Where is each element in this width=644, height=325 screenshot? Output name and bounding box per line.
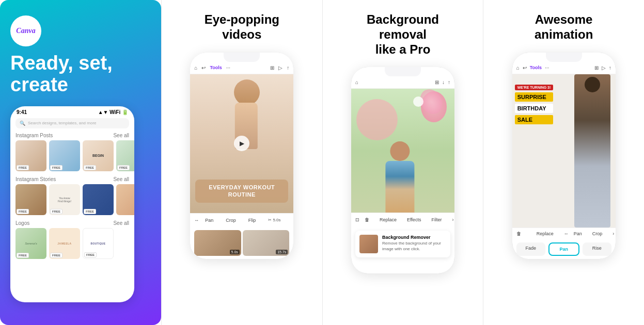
instagram-stories-thumbs: FREE You knowFind things! FREE FREE: [15, 184, 129, 215]
trash-icon-4: 🗑: [516, 231, 521, 236]
thumb-logo-2: JAMEELA FREE: [49, 228, 80, 259]
panel-3-title: Backgroundremovallike a Pro: [367, 12, 439, 57]
chevron-right-icon: ›: [293, 218, 294, 223]
thumb-story-1: FREE: [15, 184, 46, 215]
panel-4-animation: Awesomeanimation ⌂ ↩ Tools ··· ⊞ ▷ ↑: [483, 0, 644, 325]
birthday-image: WE'RE TURNING 3! SURPRISE BIRTHDAY SALE: [512, 74, 616, 228]
play-icon-4: ▷: [602, 65, 606, 71]
bg-remover-thumb: [359, 235, 378, 253]
pan-icon-4: ↔: [564, 231, 569, 236]
bg-bottom-toolbar: ⊡ 🗑 Replace Effects Filter ›: [351, 213, 454, 226]
thumb-story-3: FREE: [83, 184, 114, 215]
anim-bottom-toolbar: 🗑 Replace ↔ Pan Crop ›: [512, 228, 616, 239]
undo-icon: ↩: [201, 65, 206, 71]
anim-fade-button[interactable]: Fade: [516, 242, 545, 256]
pink-circle: [356, 99, 398, 140]
sale-figure: [574, 74, 610, 228]
thumb-ig-3: BEGIN FREE: [83, 140, 114, 171]
phone-mockup-4: ⌂ ↩ Tools ··· ⊞ ▷ ↑ WE'RE TURNIN: [512, 53, 616, 259]
anim-rise-button[interactable]: Rise: [583, 242, 611, 256]
anim-pan-button[interactable]: Pan: [548, 242, 579, 256]
thumb-ig-2: FREE: [49, 140, 80, 171]
pan-icon: ↔: [194, 218, 199, 223]
video-image: EVERYDAY WORKOUT ROUTINE ▶: [190, 74, 293, 213]
thumb-story-4: [116, 184, 134, 215]
more-icon: ···: [226, 65, 230, 71]
section-instagram-posts: Instagram Posts See all: [15, 133, 129, 138]
thumb-story-2: You knowFind things! FREE: [49, 184, 80, 215]
thumb-ig-1: FREE: [15, 140, 46, 171]
workout-text-overlay: EVERYDAY WORKOUT ROUTINE: [195, 180, 288, 203]
undo-icon-4: ↩: [523, 65, 527, 71]
play-button[interactable]: ▶: [234, 136, 249, 151]
panel-1-title: Ready, set,create: [10, 53, 113, 96]
panel-2-title: Eye-poppingvideos: [205, 12, 279, 42]
phone-notch-4: [546, 53, 582, 62]
share-icon-3: ↑: [448, 79, 450, 85]
scissors-icon: ✂: [268, 218, 272, 222]
more-icon-4: ···: [545, 65, 549, 71]
grid-icon: ⊞: [270, 65, 274, 71]
home-icon-3: ⌂: [355, 79, 358, 85]
phone-search: 🔍 Search designs, templates, and more: [15, 118, 129, 128]
section-logos: Logos See all: [15, 220, 129, 226]
panel-3-bg-removal: Backgroundremovallike a Pro ⌂ ⊞ ↓ ↑: [322, 0, 483, 325]
share-icon-4: ↑: [609, 65, 611, 71]
trash-icon: 🗑: [365, 217, 369, 222]
thumb-logo-3: BOUTIQUE FREE: [83, 228, 114, 259]
panel-2-videos: Eye-poppingvideos ⌂ ↩ Tools ··· ⊞ ▷ ↑: [161, 0, 322, 325]
download-icon-3: ↓: [442, 79, 445, 85]
chevron-right-icon-4: ›: [612, 231, 614, 236]
panel-1-canva: Canva Ready, set,create 9:41 ▲▼ WiFi 🔋 🔍…: [0, 0, 161, 325]
bg-remover-card: Background Remover Remove the background…: [355, 231, 450, 257]
search-icon: 🔍: [20, 121, 25, 126]
logos-thumbs: Serena's FREE JAMEELA FREE BOUTIQUE FREE: [15, 228, 129, 259]
video-bottom-bar: ↔ Pan Crop Flip ✂ 5.0s ›: [190, 213, 293, 227]
animation-buttons[interactable]: Fade Pan Rise: [512, 239, 616, 259]
share-icon: ↑: [287, 65, 289, 71]
bg-remover-info: Background Remover Remove the background…: [382, 235, 446, 252]
section-instagram-stories: Instagram Stories See all: [15, 176, 129, 182]
status-bar: 9:41 ▲▼ WiFi 🔋: [10, 106, 134, 117]
phone-notch-2: [224, 53, 260, 62]
birthday-tags: WE'RE TURNING 3! SURPRISE BIRTHDAY SALE: [515, 85, 554, 124]
chevron-right-icon-3: ›: [452, 217, 453, 222]
filmstrip-item-1: 5.0s: [194, 230, 241, 256]
home-icon-4: ⌂: [516, 65, 520, 71]
copy-icon: ⊡: [355, 217, 359, 222]
canva-logo: Canva: [10, 15, 41, 46]
phone-mockup-3: ⌂ ⊞ ↓ ↑ ⊡: [351, 67, 454, 273]
phone-notch-3: [385, 67, 421, 76]
instagram-posts-thumbs: FREE FREE BEGIN FREE FREE: [15, 140, 129, 171]
grid-icon-3: ⊞: [435, 79, 439, 85]
home-icon: ⌂: [194, 65, 197, 71]
phone-mockup-1: 9:41 ▲▼ WiFi 🔋 🔍 Search designs, templat…: [10, 106, 134, 302]
play-icon: ▷: [278, 65, 282, 71]
bg-image: [351, 89, 454, 213]
canva-logo-text: Canva: [16, 27, 35, 35]
filmstrip-item-2: 15.7s: [243, 230, 290, 256]
filmstrip: 5.0s 15.7s: [190, 227, 293, 259]
phone-mockup-2: ⌂ ↩ Tools ··· ⊞ ▷ ↑ EVERYDAY WORKOUT: [190, 53, 293, 259]
panel-4-title: Awesomeanimation: [535, 12, 593, 42]
grid-icon-4: ⊞: [594, 65, 599, 71]
thumb-logo-1: Serena's FREE: [15, 228, 46, 259]
thumb-ig-4: FREE: [116, 140, 134, 171]
